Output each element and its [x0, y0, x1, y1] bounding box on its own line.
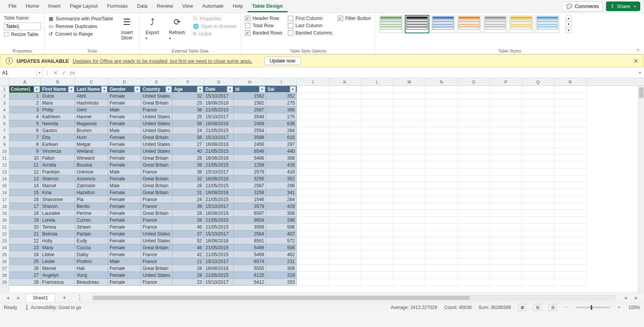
vertical-scroll-thumb[interactable]	[639, 87, 644, 98]
empty-cell[interactable]	[297, 134, 329, 141]
empty-cell[interactable]	[458, 120, 490, 127]
table-cell[interactable]: 38	[172, 168, 204, 175]
table-cell[interactable]: 286	[266, 217, 297, 224]
empty-cell[interactable]	[554, 272, 586, 279]
empty-cell[interactable]	[361, 93, 393, 100]
empty-cell[interactable]	[393, 113, 426, 120]
table-cell[interactable]: 21/05/2015	[204, 162, 234, 168]
empty-cell[interactable]	[458, 251, 490, 258]
table-cell[interactable]: United States	[141, 127, 172, 134]
table-cell[interactable]: Female	[108, 175, 141, 182]
table-cell[interactable]: 308	[266, 210, 297, 217]
table-cell[interactable]: Ascencio	[75, 175, 108, 182]
empty-cell[interactable]	[329, 244, 361, 251]
table-cell[interactable]: 319	[266, 272, 297, 279]
table-cell[interactable]: Female	[108, 231, 141, 237]
table-cell[interactable]: Gaston	[41, 127, 75, 134]
filter-dropdown-icon[interactable]: ▾	[68, 86, 74, 92]
table-cell[interactable]: 275	[266, 113, 297, 120]
column-header[interactable]: N	[426, 78, 458, 85]
table-cell[interactable]: 16/08/2016	[204, 100, 234, 106]
empty-cell[interactable]	[522, 189, 554, 196]
empty-cell[interactable]	[522, 251, 554, 258]
share-button[interactable]: ⇪Share▾	[606, 2, 640, 11]
table-cell[interactable]: 352	[266, 175, 297, 182]
empty-cell[interactable]	[393, 134, 426, 141]
empty-cell[interactable]	[554, 258, 586, 265]
table-cell[interactable]: 21/05/2015	[204, 251, 234, 258]
table-cell[interactable]: 24	[172, 127, 204, 134]
empty-cell[interactable]	[426, 106, 458, 113]
table-cell[interactable]: 16/08/2016	[204, 120, 234, 127]
table-cell[interactable]: Abril	[75, 93, 108, 100]
table-cell[interactable]: United States	[141, 113, 172, 120]
empty-cell[interactable]	[297, 175, 329, 182]
table-cell[interactable]: 26	[9, 265, 41, 272]
empty-cell[interactable]	[458, 168, 490, 175]
table-cell[interactable]: 7	[9, 134, 41, 141]
empty-cell[interactable]	[490, 258, 522, 265]
table-cell[interactable]: 8561	[234, 237, 266, 244]
empty-cell[interactable]	[490, 251, 522, 258]
table-style-thumb[interactable]	[379, 15, 403, 33]
empty-cell[interactable]	[490, 134, 522, 141]
table-cell[interactable]: 9654	[234, 217, 266, 224]
infobar-close-button[interactable]: ✕	[633, 57, 638, 65]
table-cell[interactable]: 15/10/2017	[204, 279, 234, 286]
table-style-thumb[interactable]	[431, 15, 455, 33]
empty-cell[interactable]	[329, 155, 361, 162]
table-cell[interactable]: Female	[108, 100, 141, 106]
filter-dropdown-icon[interactable]: ▾	[34, 86, 40, 92]
convert-range-button[interactable]: ↺Convert to Range	[49, 31, 113, 37]
table-cell[interactable]: 286	[266, 182, 297, 189]
tab-table-design[interactable]: Table Design	[248, 1, 288, 12]
empty-cell[interactable]	[522, 196, 554, 203]
zoom-out-button[interactable]: －	[564, 304, 568, 311]
tab-data[interactable]: Data	[132, 1, 152, 12]
table-cell[interactable]: Female	[108, 155, 141, 162]
table-cell[interactable]: 15	[9, 189, 41, 196]
empty-cell[interactable]	[522, 224, 554, 231]
table-cell[interactable]: 40	[172, 148, 204, 155]
empty-cell[interactable]	[458, 141, 490, 148]
empty-cell[interactable]	[393, 148, 426, 155]
table-cell[interactable]: 21/05/2015	[204, 244, 234, 251]
table-cell[interactable]: Female	[108, 93, 141, 100]
empty-cell[interactable]	[426, 237, 458, 244]
table-cell[interactable]: 21/05/2015	[204, 224, 234, 231]
table-cell[interactable]: 25	[9, 258, 41, 265]
empty-cell[interactable]	[426, 162, 458, 168]
empty-cell[interactable]	[393, 224, 426, 231]
empty-cell[interactable]	[393, 100, 426, 106]
table-cell[interactable]: 16/08/2016	[204, 210, 234, 217]
table-cell[interactable]: 4	[9, 113, 41, 120]
empty-cell[interactable]	[393, 251, 426, 258]
row-header[interactable]: 22	[0, 231, 9, 237]
table-cell[interactable]: Partain	[75, 231, 108, 237]
filter-dropdown-icon[interactable]: ▾	[101, 86, 107, 92]
empty-cell[interactable]	[554, 100, 586, 106]
empty-cell[interactable]	[329, 196, 361, 203]
table-cell[interactable]: Bouska	[75, 162, 108, 168]
empty-cell[interactable]	[458, 237, 490, 244]
table-cell[interactable]: 5489	[234, 244, 266, 251]
empty-cell[interactable]	[329, 203, 361, 210]
empty-cell[interactable]	[522, 134, 554, 141]
row-header[interactable]: 10	[0, 148, 9, 155]
table-cell[interactable]: 29	[172, 272, 204, 279]
empty-cell[interactable]	[522, 100, 554, 106]
table-style-thumb[interactable]	[483, 15, 507, 33]
empty-cell[interactable]	[426, 231, 458, 237]
empty-cell[interactable]	[426, 203, 458, 210]
empty-cell[interactable]	[554, 244, 586, 251]
row-header[interactable]: 11	[0, 155, 9, 162]
table-cell[interactable]: Lester	[41, 258, 75, 265]
view-pagebreak-button[interactable]: ▥	[549, 304, 557, 311]
empty-cell[interactable]	[522, 113, 554, 120]
row-header[interactable]: 24	[0, 244, 9, 251]
empty-cell[interactable]	[490, 141, 522, 148]
empty-cell[interactable]	[426, 217, 458, 224]
empty-cell[interactable]	[426, 134, 458, 141]
table-cell[interactable]: Hail	[75, 265, 108, 272]
row-header[interactable]: 4	[0, 106, 9, 113]
